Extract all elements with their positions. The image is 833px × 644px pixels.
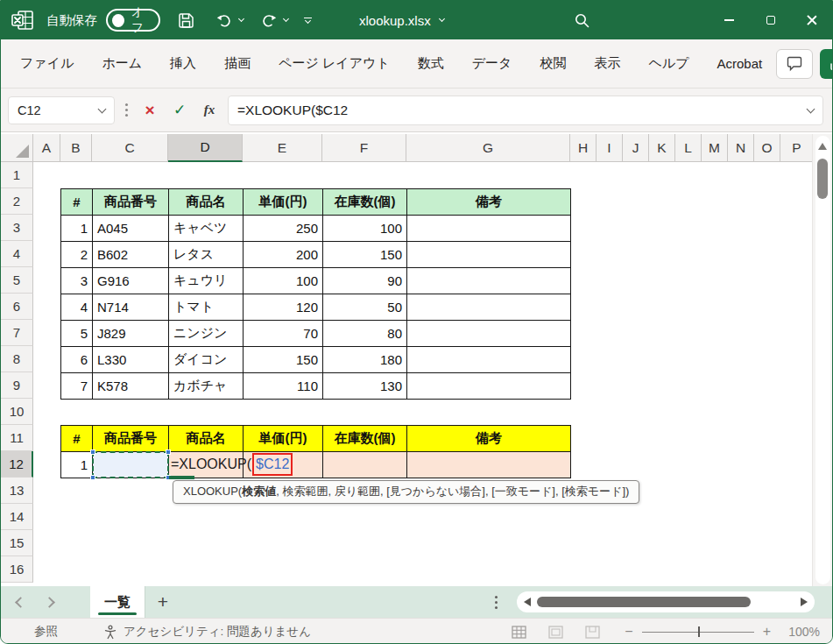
selection-handle-icon[interactable] [90, 475, 95, 480]
cell[interactable]: J829 [93, 321, 169, 347]
cell[interactable] [407, 216, 571, 242]
cell[interactable] [407, 321, 571, 347]
tabbar-options-icon[interactable] [495, 601, 498, 604]
select-all-corner[interactable] [1, 134, 33, 162]
cell[interactable] [407, 268, 571, 294]
cell[interactable] [323, 452, 407, 478]
page-break-view-button[interactable] [574, 619, 611, 644]
selection-handle-icon[interactable] [90, 449, 95, 455]
cell[interactable]: 120 [244, 294, 323, 321]
cell[interactable]: A045 [93, 216, 169, 242]
cell[interactable]: B602 [93, 242, 169, 268]
zoom-slider[interactable] [642, 626, 754, 638]
table-header-cell[interactable]: 商品名 [169, 426, 244, 452]
ribbon-tab-ヘルプ[interactable]: ヘルプ [634, 48, 702, 79]
maximize-button[interactable] [750, 1, 791, 39]
column-header-B[interactable]: B [60, 134, 92, 162]
cell[interactable]: ニンジン [169, 321, 244, 347]
undo-dropdown-icon[interactable] [238, 16, 244, 22]
ribbon-tab-ページ レイアウト[interactable]: ページ レイアウト [265, 48, 404, 79]
formula-input[interactable]: =XLOOKUP($C12 [228, 96, 823, 125]
ribbon-tab-校閲[interactable]: 校閲 [526, 48, 580, 79]
column-header-D[interactable]: D [168, 134, 243, 162]
document-title[interactable]: xlookup.xlsx [359, 13, 444, 28]
column-header-P[interactable]: P [780, 134, 814, 162]
column-header-F[interactable]: F [322, 134, 406, 162]
cell[interactable]: 80 [323, 321, 407, 347]
column-header-J[interactable]: J [623, 134, 649, 162]
row-header-10[interactable]: 10 [1, 399, 33, 425]
row-header-9[interactable]: 9 [1, 372, 33, 399]
ribbon-tab-ファイル[interactable]: ファイル [6, 48, 88, 79]
row-header-8[interactable]: 8 [1, 346, 33, 372]
formula-bar-expand-icon[interactable] [807, 104, 815, 113]
horizontal-scroll-thumb[interactable] [537, 597, 751, 607]
cell[interactable] [407, 373, 571, 400]
cell[interactable]: 4 [61, 294, 93, 321]
prev-sheet-icon[interactable] [15, 597, 26, 608]
column-header-G[interactable]: G [406, 134, 570, 162]
row-header-12[interactable]: 12 [1, 451, 33, 478]
row-header-6[interactable]: 6 [1, 294, 33, 320]
row-header-16[interactable]: 16 [1, 556, 33, 583]
cell[interactable]: 100 [323, 216, 407, 242]
cell[interactable]: レタス [169, 242, 244, 268]
table-header-cell[interactable]: 商品番号 [93, 189, 169, 216]
column-header-E[interactable]: E [243, 134, 322, 162]
row-header-1[interactable]: 1 [1, 162, 33, 188]
share-button[interactable] [820, 49, 833, 79]
cell[interactable]: トマト [169, 294, 244, 321]
cell[interactable]: 150 [244, 347, 323, 373]
row-header-2[interactable]: 2 [1, 188, 33, 215]
close-button[interactable] [791, 1, 832, 39]
table-header-cell[interactable]: 単価(円) [244, 189, 323, 216]
name-box-dropdown-icon[interactable] [98, 104, 107, 113]
cell[interactable] [407, 294, 571, 321]
cancel-button[interactable]: × [138, 99, 161, 122]
cell[interactable]: 90 [323, 268, 407, 294]
row-header-7[interactable]: 7 [1, 320, 33, 346]
name-box[interactable]: C12 [8, 96, 115, 124]
scroll-right-icon[interactable] [801, 598, 808, 606]
vertical-scroll-thumb[interactable] [817, 159, 828, 199]
zoom-out-button[interactable]: − [625, 625, 632, 639]
ribbon-tab-ホーム[interactable]: ホーム [88, 48, 156, 79]
row-header-14[interactable]: 14 [1, 504, 33, 530]
column-header-L[interactable]: L [675, 134, 702, 162]
customize-toolbar-icon[interactable] [304, 18, 312, 24]
row-header-3[interactable]: 3 [1, 215, 33, 241]
cell[interactable] [407, 242, 571, 268]
scroll-left-icon[interactable] [524, 598, 531, 606]
cell[interactable]: 5 [61, 321, 93, 347]
zoom-level[interactable]: 100% [780, 625, 820, 639]
zoom-in-button[interactable]: + [763, 625, 771, 639]
column-header-A[interactable]: A [33, 134, 60, 162]
scroll-up-icon[interactable] [818, 143, 827, 150]
accessibility-status[interactable]: アクセシビリティ: 問題ありません [103, 624, 311, 640]
cell[interactable]: K578 [93, 373, 169, 400]
redo-button[interactable] [256, 7, 282, 33]
cell[interactable]: キャベツ [169, 216, 244, 242]
cell[interactable]: カボチャ [169, 373, 244, 400]
cell[interactable]: 2 [61, 242, 93, 268]
ribbon-tab-挿入[interactable]: 挿入 [156, 48, 210, 79]
cell-grid[interactable]: #商品番号商品名単価(円)在庫数(個)備考1A045キャベツ2501002B60… [1, 162, 814, 586]
column-header-C[interactable]: C [92, 134, 168, 162]
ribbon-tab-Acrobat[interactable]: Acrobat [703, 49, 777, 78]
cell[interactable]: 150 [323, 242, 407, 268]
column-header-N[interactable]: N [728, 134, 754, 162]
add-sheet-button[interactable]: + [145, 591, 180, 612]
ribbon-tab-表示[interactable]: 表示 [580, 48, 634, 79]
cell[interactable]: N714 [93, 294, 169, 321]
column-header-O[interactable]: O [754, 134, 780, 162]
cell[interactable]: キュウリ [169, 268, 244, 294]
zoom-slider-thumb[interactable] [698, 626, 701, 637]
comments-button[interactable] [776, 49, 813, 79]
table-header-cell[interactable]: 在庫数(個) [323, 189, 407, 216]
minimize-button[interactable] [709, 1, 750, 39]
column-header-M[interactable]: M [702, 134, 728, 162]
cell[interactable]: G916 [93, 268, 169, 294]
row-header-5[interactable]: 5 [1, 267, 33, 294]
cell[interactable]: 3 [61, 268, 93, 294]
ribbon-tab-データ[interactable]: データ [458, 48, 526, 79]
